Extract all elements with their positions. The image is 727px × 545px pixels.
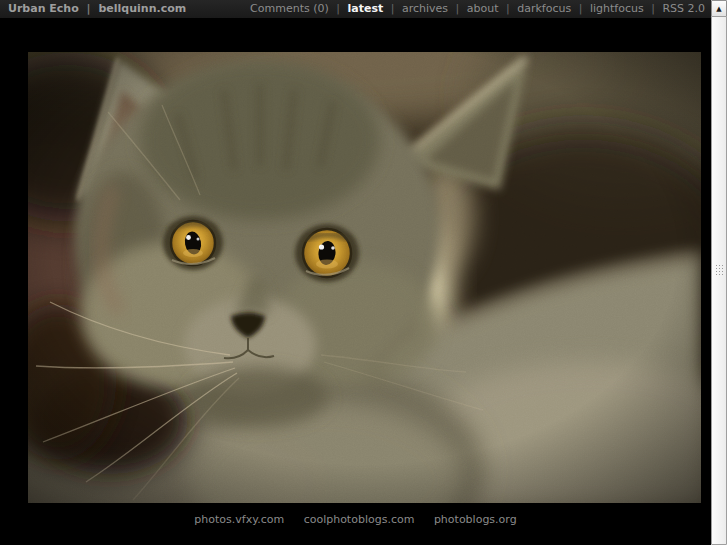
nav-separator: |: [336, 2, 340, 15]
site-domain: bellquinn.com: [98, 2, 186, 15]
scroll-up-button[interactable]: ▲: [711, 0, 727, 17]
arrow-up-icon: ▲: [716, 5, 721, 13]
site-title-link[interactable]: Urban Echo | bellquinn.com: [0, 0, 186, 18]
footer-link-coolphotoblogs[interactable]: coolphotoblogs.com: [304, 513, 415, 526]
nav-separator: |: [651, 2, 655, 15]
nav-separator: |: [506, 2, 510, 15]
footer-link-photoblogs[interactable]: photoblogs.org: [434, 513, 517, 526]
nav-darkfocus-link[interactable]: darkfocus: [517, 2, 571, 15]
nav-separator: |: [456, 2, 460, 15]
top-nav: Comments (0) | latest | archives | about…: [250, 0, 711, 18]
nav-separator: |: [391, 2, 395, 15]
thumb-grip: [715, 264, 723, 277]
nav-rss-link[interactable]: RSS 2.0: [662, 2, 705, 15]
nav-separator: |: [579, 2, 583, 15]
nav-comments-link[interactable]: Comments (0): [250, 2, 329, 15]
nav-archives-link[interactable]: archives: [402, 2, 448, 15]
scrollbar-thumb[interactable]: [711, 16, 727, 545]
kitten-photo[interactable]: [28, 52, 701, 503]
title-separator: |: [87, 2, 91, 15]
nav-latest-link[interactable]: latest: [348, 2, 384, 15]
footer-link-vfxy[interactable]: photos.vfxy.com: [194, 513, 284, 526]
photo-frame: [28, 52, 701, 503]
nav-about-link[interactable]: about: [467, 2, 499, 15]
vignette-overlay: [28, 52, 701, 503]
footer-links: photos.vfxy.com coolphotoblogs.com photo…: [0, 513, 711, 526]
nav-lightfocus-link[interactable]: lightfocus: [590, 2, 644, 15]
site-name: Urban Echo: [8, 2, 79, 15]
scrollbar[interactable]: ▲: [711, 0, 727, 545]
top-bar: Urban Echo | bellquinn.com Comments (0) …: [0, 0, 711, 18]
